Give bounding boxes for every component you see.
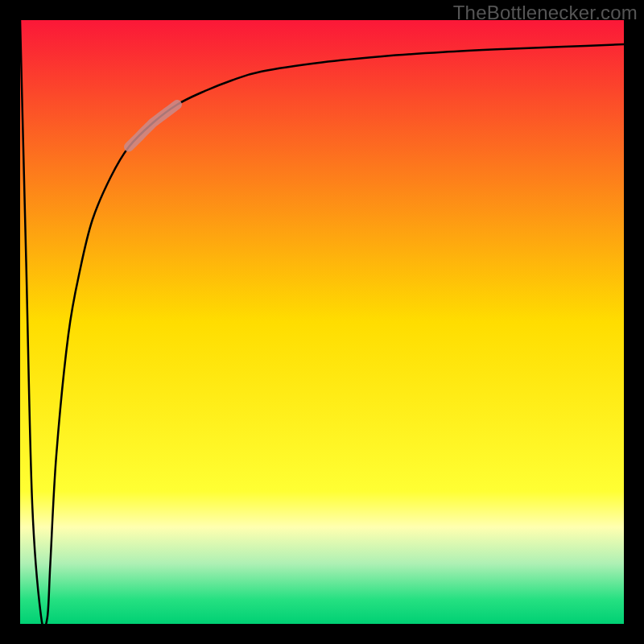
- bottleneck-chart: [0, 0, 644, 644]
- plot-area: [20, 20, 624, 629]
- chart-container: TheBottlenecker.com: [0, 0, 644, 644]
- plot-background: [20, 20, 624, 624]
- watermark-text: TheBottlenecker.com: [453, 2, 638, 24]
